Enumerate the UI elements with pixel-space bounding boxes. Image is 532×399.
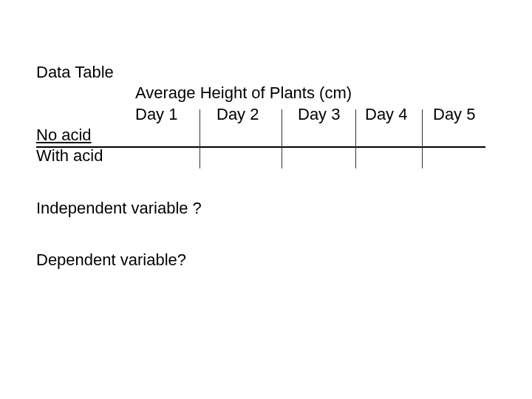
table-title: Average Height of Plants (cm) [135, 83, 352, 103]
column-header-day2: Day 2 [216, 105, 259, 124]
column-header-day1: Day 1 [135, 105, 177, 124]
row-header-no-acid: No acid [36, 126, 92, 145]
question-independent-variable: Independent variable ? [36, 199, 202, 218]
question-dependent-variable: Dependent variable? [36, 250, 186, 270]
table-vline-4 [422, 109, 423, 168]
data-table-heading: Data Table [36, 63, 114, 82]
slide: Data Table Average Height of Plants (cm)… [0, 0, 532, 399]
column-header-day3: Day 3 [298, 105, 340, 124]
table-vline-3 [355, 109, 356, 168]
row-header-with-acid: With acid [36, 146, 103, 166]
table-vline-2 [282, 109, 282, 168]
table-vline-1 [200, 109, 200, 168]
column-header-day5: Day 5 [433, 105, 475, 124]
column-header-day4: Day 4 [365, 105, 407, 124]
table-horizontal-rule [36, 146, 485, 148]
